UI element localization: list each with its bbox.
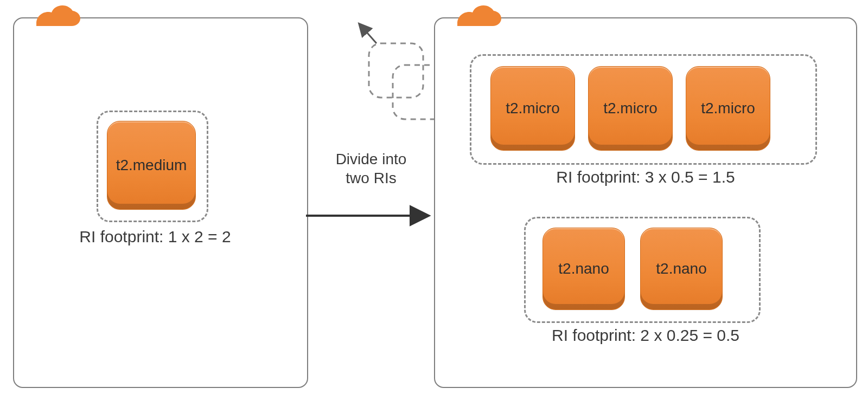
- instance-t2-medium: t2.medium: [107, 121, 196, 210]
- footprint-caption-medium: RI footprint: 1 x 2 = 2: [68, 228, 242, 246]
- footprint-caption-nano: RI footprint: 2 x 0.25 = 0.5: [510, 326, 781, 345]
- instance-t2-nano: t2.nano: [640, 228, 723, 310]
- instance-label: t2.nano: [656, 260, 706, 277]
- divide-label-line2: two RIs: [346, 170, 396, 186]
- instance-label: t2.micro: [701, 100, 755, 117]
- arrow-icon: [304, 205, 434, 227]
- instance-label: t2.micro: [603, 100, 658, 117]
- instance-label: t2.medium: [116, 157, 187, 174]
- instance-label: t2.micro: [506, 100, 560, 117]
- instance-t2-micro: t2.micro: [588, 66, 673, 151]
- divide-label: Divide into two RIs: [311, 150, 431, 187]
- instance-t2-micro: t2.micro: [490, 66, 575, 151]
- instance-label: t2.nano: [558, 260, 609, 277]
- instance-t2-micro: t2.micro: [686, 66, 770, 151]
- footprint-caption-micro: RI footprint: 3 x 0.5 = 1.5: [510, 168, 781, 186]
- divide-label-line1: Divide into: [336, 151, 407, 167]
- svg-rect-0: [369, 43, 423, 98]
- instance-t2-nano: t2.nano: [542, 228, 625, 310]
- svg-line-2: [360, 25, 376, 43]
- cloud-icon: [455, 5, 503, 35]
- cloud-icon: [34, 5, 82, 35]
